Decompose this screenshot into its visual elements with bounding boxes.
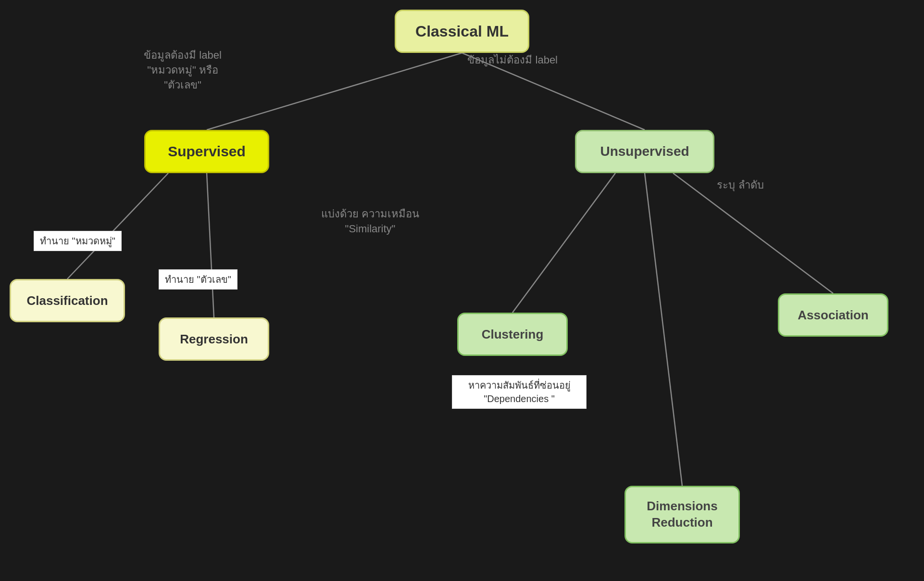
node-unsupervised: Unsupervised (575, 130, 714, 173)
svg-line-4 (512, 173, 615, 313)
node-classical: Classical ML (395, 10, 529, 53)
node-classification: Classification (10, 279, 125, 322)
unsupervised-label: Unsupervised (600, 144, 689, 159)
annotation-classification: ทำนาย "หมวดหมู่" (34, 231, 122, 251)
regression-label: Regression (180, 332, 248, 347)
annotation-unsupervised: ข้อมูลไม่ต้องมี label (433, 53, 558, 68)
node-regression: Regression (159, 317, 269, 361)
node-dimensions: DimensionsReduction (624, 486, 740, 543)
classical-label: Classical ML (415, 23, 509, 40)
supervised-label: Supervised (168, 143, 246, 160)
svg-line-6 (645, 173, 682, 486)
node-association: Association (778, 293, 888, 337)
annotation-regression: ทำนาย "ตัวเลข" (159, 269, 237, 290)
annotation-clustering: แบ่งด้วย ความเหมือน "Similarity" (308, 207, 433, 237)
classification-label: Classification (26, 293, 108, 308)
annotation-dependencies: หาความสัมพันธ์ที่ซ่อนอยู่ "Dependencies … (452, 375, 587, 409)
dimensions-label: DimensionsReduction (647, 498, 717, 531)
clustering-label: Clustering (482, 327, 544, 342)
annotation-association: ระบุ ลำดับ (687, 178, 793, 193)
node-supervised: Supervised (144, 130, 269, 173)
svg-line-2 (67, 173, 168, 279)
annotation-supervised: ข้อมูลต้องมี label "หมวดหมู่" หรือ "ตัวเ… (130, 48, 236, 92)
diagram-container: Classical ML Supervised Unsupervised Cla… (0, 0, 924, 581)
svg-line-3 (207, 173, 214, 317)
association-label: Association (798, 308, 868, 323)
svg-line-0 (207, 53, 462, 130)
node-clustering: Clustering (457, 313, 568, 356)
